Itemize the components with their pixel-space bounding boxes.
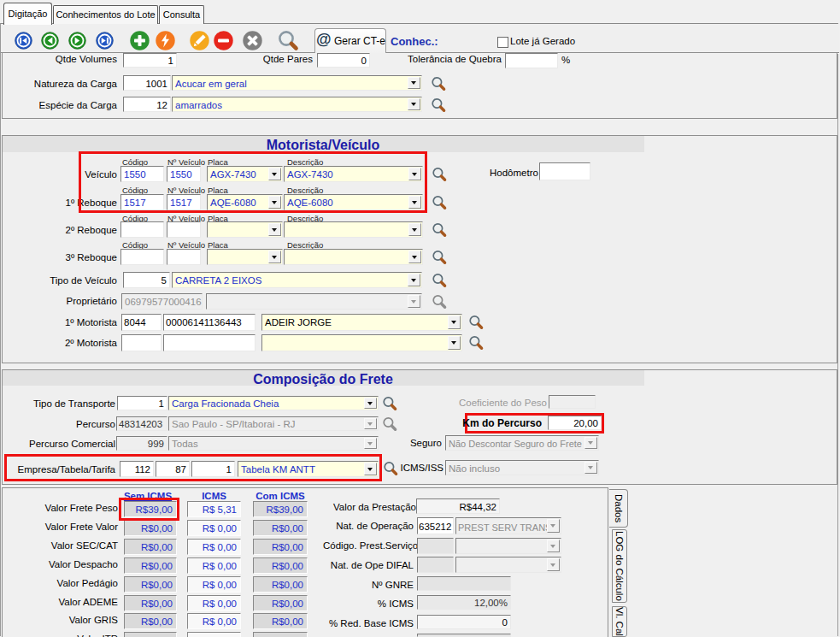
svg-text:@: @ <box>316 32 332 48</box>
